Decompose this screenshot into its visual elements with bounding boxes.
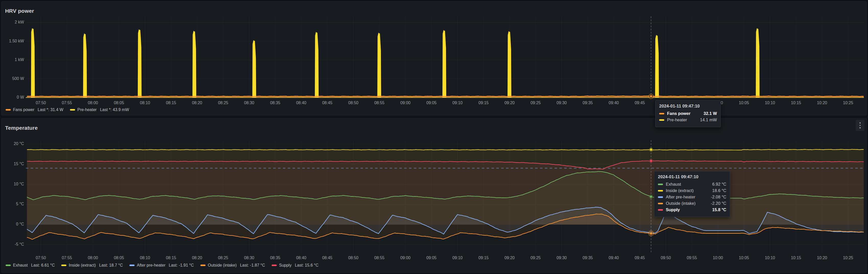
legend-series-swatch-icon <box>272 265 277 266</box>
x-axis-tick-label: 10:00 <box>708 255 728 260</box>
x-axis-tick-label: 09:30 <box>552 255 572 260</box>
legend-series-label: Pre-heater <box>78 108 97 112</box>
x-axis-tick-label: 09:25 <box>525 255 546 260</box>
legend-series-label: After pre-heater <box>137 263 165 268</box>
x-axis-tick-label: 08:40 <box>291 255 311 260</box>
legend-item[interactable]: After pre-heaterLast: -1.91 °C <box>129 263 194 268</box>
tooltip-row: Pre-heater14.1 mW <box>659 118 717 122</box>
legend-series-stat: Last: 18.7 °C <box>99 263 123 268</box>
tooltip-row: Outside (intake)-2.20 °C <box>658 201 726 206</box>
legend-item[interactable]: Outside (intake)Last: -1.87 °C <box>200 263 265 268</box>
x-axis-tick-label: 09:05 <box>421 255 442 260</box>
y-axis-tick-label: 500 W <box>2 77 24 81</box>
x-axis-tick-label: 10:10 <box>760 255 780 260</box>
tooltip-series-swatch-icon <box>658 184 663 185</box>
legend-item[interactable]: ExhaustLast: 6.61 °C <box>6 263 55 268</box>
x-axis-tick-label: 08:05 <box>109 101 129 105</box>
panel-hrv-power: HRV power 2 kW1.50 kW1 kW500 W0 W 07:500… <box>1 1 867 115</box>
x-axis-tick-label: 08:25 <box>213 101 233 105</box>
hover-point <box>650 195 652 198</box>
x-axis-tick-label: 10:10 <box>760 101 780 105</box>
x-axis-tick-label: 09:20 <box>499 255 520 260</box>
tooltip-series-swatch-icon <box>658 196 663 198</box>
legend-series-label: Outside (intake) <box>208 263 237 268</box>
legend-item[interactable]: SupplyLast: 15.6 °C <box>272 263 319 268</box>
panel-menu-icon[interactable] <box>856 120 864 131</box>
x-axis-tick-label: 08:10 <box>135 255 155 260</box>
x-axis-tick-label: 08:00 <box>83 255 103 260</box>
temperature-chart-canvas[interactable] <box>2 119 867 273</box>
tooltip-timestamp: 2024-01-11 09:47:10 <box>658 175 726 180</box>
legend-item[interactable]: Inside (extract)Last: 18.7 °C <box>61 263 123 268</box>
tooltip-series-swatch-icon <box>659 113 664 114</box>
legend-item[interactable]: Pre-heaterLast *: 43.9 mW <box>70 108 129 112</box>
x-axis-tick-label: 09:00 <box>395 255 415 260</box>
x-axis-tick-label: 08:45 <box>317 101 338 105</box>
tooltip-series-label: After pre-heater <box>666 194 711 200</box>
y-axis-tick-label: -5 °C <box>2 242 24 247</box>
x-axis-tick-label: 08:50 <box>343 101 364 105</box>
x-axis-tick-label: 08:50 <box>343 255 364 260</box>
x-axis-tick-label: 10:20 <box>812 101 832 105</box>
x-axis-tick-label: 09:45 <box>629 101 650 105</box>
legend-series-label: Supply <box>279 263 291 268</box>
legend-series-swatch-icon <box>6 109 11 111</box>
x-axis-tick-label: 10:15 <box>786 101 806 105</box>
kebab-dot <box>860 125 861 126</box>
tooltip-series-value: 18.6 °C <box>712 188 726 193</box>
tooltip-series-value: -2.20 °C <box>711 201 726 206</box>
x-axis-tick-label: 09:10 <box>447 101 468 105</box>
x-axis-tick-label: 07:55 <box>57 101 77 105</box>
tooltip-series-label: Exhaust <box>666 182 712 187</box>
legend-series-stat: Last: 15.6 °C <box>295 263 319 268</box>
y-axis-tick-label: 20 °C <box>2 142 24 146</box>
y-axis-tick-label: 2 kW <box>2 20 24 25</box>
x-axis-tick-label: 09:20 <box>499 101 520 105</box>
y-axis-tick-label: 15 °C <box>2 162 24 166</box>
x-axis-tick-label: 09:55 <box>682 255 702 260</box>
x-axis-tick-label: 08:15 <box>161 101 181 105</box>
grafana-dashboard: HRV power 2 kW1.50 kW1 kW500 W0 W 07:500… <box>0 0 868 274</box>
x-axis-tick-label: 09:50 <box>656 255 676 260</box>
x-axis-tick-label: 09:15 <box>473 101 494 105</box>
x-axis-tick-label: 08:35 <box>265 101 285 105</box>
panel-title: HRV power <box>5 8 34 14</box>
x-axis-tick-label: 09:25 <box>525 101 546 105</box>
legend-series-label: Inside (extract) <box>69 263 96 268</box>
hover-point <box>650 148 652 151</box>
legend-item[interactable]: Fans powerLast *: 31.4 W <box>6 108 63 112</box>
kebab-dot <box>860 122 861 124</box>
tooltip-timestamp: 2024-01-11 09:47:10 <box>659 104 717 109</box>
tooltip-series-value: 14.1 mW <box>700 118 717 122</box>
y-axis-tick-label: 0 °C <box>2 222 24 226</box>
x-axis-tick-label: 10:25 <box>838 255 858 260</box>
x-axis-tick-label: 09:05 <box>421 101 442 105</box>
fans-power-series-line <box>27 96 864 96</box>
legend-series-swatch-icon <box>200 265 206 266</box>
x-axis-tick-label: 08:30 <box>239 255 259 260</box>
legend-series-stat: Last *: 43.9 mW <box>100 108 129 112</box>
x-axis-tick-label: 08:40 <box>291 101 311 105</box>
x-axis-tick-label: 10:15 <box>786 255 806 260</box>
x-axis-tick-label: 08:15 <box>161 255 181 260</box>
legend-series-swatch-icon <box>129 265 134 266</box>
legend: ExhaustLast: 6.61 °CInside (extract)Last… <box>6 263 319 268</box>
tooltip-row: Supply15.8 °C <box>658 207 726 212</box>
tooltip-series-value: 6.92 °C <box>712 182 726 187</box>
x-axis-tick-label: 10:05 <box>734 255 754 260</box>
pre-heater-spikes <box>31 29 759 97</box>
tooltip-series-swatch-icon <box>658 209 663 211</box>
legend-series-label: Fans power <box>13 108 34 112</box>
x-axis-tick-label: 09:10 <box>447 255 468 260</box>
x-axis-tick-label: 09:40 <box>603 255 624 260</box>
legend-series-swatch-icon <box>61 265 66 266</box>
legend-series-label: Exhaust <box>13 263 28 268</box>
hrv-power-chart-canvas[interactable] <box>2 2 867 116</box>
y-axis-tick-label: 0 W <box>2 95 24 99</box>
tooltip-series-label: Inside (extract) <box>666 188 712 193</box>
x-axis-tick-label: 09:35 <box>578 255 598 260</box>
tooltip-hrv-power: 2024-01-11 09:47:10 Fans power32.1 WPre-… <box>655 100 721 127</box>
x-axis-tick-label: 08:10 <box>135 101 155 105</box>
x-axis-tick-label: 08:00 <box>83 101 103 105</box>
x-axis-tick-label: 08:20 <box>187 101 207 105</box>
